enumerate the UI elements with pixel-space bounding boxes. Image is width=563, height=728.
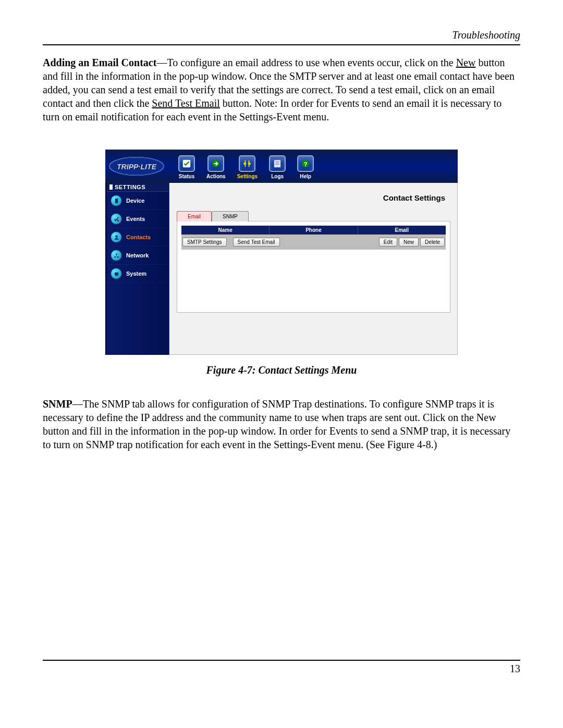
- svg-rect-7: [274, 160, 281, 167]
- help-icon: ?: [297, 155, 314, 172]
- device-icon: [111, 195, 122, 206]
- page-number: 13: [510, 663, 520, 674]
- nav-bar: Status Actions Settings Logs: [168, 150, 314, 183]
- logs-icon: [269, 155, 286, 172]
- new-button[interactable]: New: [399, 238, 419, 246]
- svg-rect-19: [114, 272, 118, 275]
- figure-caption: Figure 4-7: Contact Settings Menu: [43, 364, 520, 376]
- link-new: New: [456, 57, 476, 68]
- send-test-email-button[interactable]: Send Test Email: [233, 238, 280, 246]
- sidebar-item-system[interactable]: System: [106, 265, 169, 283]
- paragraph-snmp: SNMP—The SNMP tab allows for configurati…: [43, 397, 520, 451]
- status-icon: [178, 155, 195, 172]
- sidebar-item-device[interactable]: Device: [106, 192, 169, 210]
- sidebar-item-contacts[interactable]: Contacts: [106, 228, 169, 246]
- col-phone: Phone: [270, 226, 358, 235]
- nav-label: Logs: [271, 174, 284, 179]
- svg-rect-13: [115, 198, 118, 203]
- col-email: Email: [358, 226, 446, 235]
- section-header: Troubleshooting: [43, 29, 520, 45]
- nav-logs[interactable]: Logs: [269, 155, 286, 179]
- svg-point-15: [115, 235, 118, 238]
- settings-icon: [239, 155, 255, 172]
- nav-label: Status: [179, 174, 195, 179]
- grid-header: Name Phone Email: [181, 226, 446, 235]
- sidebar-item-network[interactable]: Network: [106, 246, 169, 265]
- tab-email[interactable]: Email: [177, 211, 212, 221]
- sidebar-item-label: Contacts: [126, 234, 151, 240]
- settings-sidebar: SETTINGS Device Events Contacts: [105, 183, 169, 355]
- system-icon: [111, 268, 122, 279]
- tab-bar: Email SNMP: [177, 211, 450, 221]
- figure-contact-settings: TRIPP·LITE Status Actions Settings: [105, 150, 458, 355]
- panel-toolbar: SMTP Settings Send Test Email Edit New D…: [181, 235, 446, 250]
- link-send-test-email: Send Test Email: [152, 97, 219, 109]
- svg-text:TRIPP·LITE: TRIPP·LITE: [117, 163, 157, 171]
- nav-label: Settings: [237, 174, 258, 179]
- network-icon: [111, 250, 122, 261]
- app-topbar: TRIPP·LITE Status Actions Settings: [105, 150, 458, 183]
- nav-status[interactable]: Status: [178, 155, 195, 179]
- smtp-settings-button[interactable]: SMTP Settings: [182, 238, 227, 246]
- content-title: Contact Settings: [177, 193, 450, 202]
- nav-actions[interactable]: Actions: [206, 155, 226, 179]
- para2-title: SNMP: [43, 398, 72, 410]
- actions-icon: [207, 155, 224, 172]
- col-name: Name: [181, 226, 270, 235]
- svg-point-14: [117, 219, 119, 221]
- paragraph-email-contact: Adding an Email Contact—To configure an …: [43, 56, 520, 124]
- sidebar-item-label: System: [126, 270, 146, 277]
- sidebar-item-label: Device: [126, 198, 144, 204]
- sidebar-heading: SETTINGS: [106, 183, 169, 192]
- content-pane: Contact Settings Email SNMP Name Phone E…: [169, 183, 458, 355]
- svg-rect-6: [248, 163, 250, 165]
- edit-button[interactable]: Edit: [379, 238, 397, 246]
- events-icon: [111, 213, 122, 225]
- page-footer: 13: [43, 660, 520, 675]
- nav-label: Help: [300, 174, 311, 179]
- tab-snmp[interactable]: SNMP: [212, 211, 249, 221]
- sidebar-item-events[interactable]: Events: [106, 210, 169, 228]
- delete-button[interactable]: Delete: [420, 238, 445, 246]
- nav-help[interactable]: ? Help: [297, 155, 314, 179]
- nav-label: Actions: [206, 174, 226, 179]
- sidebar-item-label: Network: [126, 252, 149, 258]
- svg-rect-20: [115, 275, 117, 276]
- sidebar-item-label: Events: [126, 216, 145, 222]
- tripplite-logo: TRIPP·LITE: [105, 150, 168, 183]
- nav-settings[interactable]: Settings: [237, 155, 258, 179]
- contact-panel: Name Phone Email SMTP Settings Send Test…: [177, 221, 450, 313]
- para1-title: Adding an Email Contact: [43, 57, 156, 68]
- svg-text:?: ?: [304, 161, 308, 167]
- svg-rect-5: [245, 163, 247, 165]
- contacts-icon: [111, 231, 122, 243]
